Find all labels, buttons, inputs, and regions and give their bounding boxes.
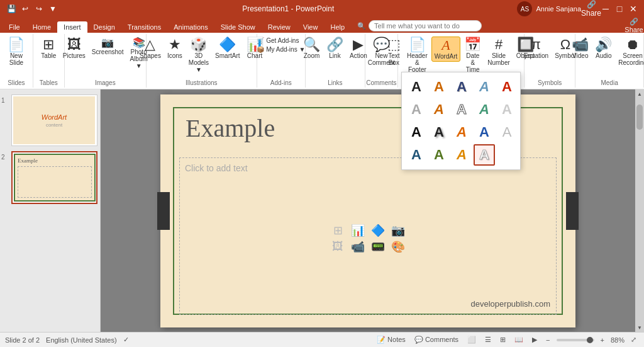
wordart-letter-8: A (457, 103, 467, 117)
close-button[interactable]: ✕ (628, 3, 639, 14)
slide-1-thumb[interactable]: WordArt content (11, 94, 97, 146)
icons-button[interactable]: ★ Icons (165, 37, 185, 60)
scroll-track[interactable] (635, 98, 644, 323)
tell-me-input[interactable] (369, 20, 482, 31)
wordart-button[interactable]: A WordArt (431, 37, 461, 62)
share-button[interactable]: 🔗 Share (585, 3, 597, 15)
shapes-button[interactable]: △ Shapes (137, 37, 164, 60)
ribbon-group-symbols: π Equation Ω Symbol Symbols (525, 34, 575, 88)
zoom-out-button[interactable]: − (543, 336, 552, 344)
wordart-item-14[interactable]: A (474, 122, 495, 143)
scroll-down-button[interactable]: ▼ (635, 323, 644, 332)
screen-recording-button[interactable]: ⏺ ScreenRecording (616, 37, 644, 67)
wordart-item-5[interactable]: A (496, 76, 518, 98)
canvas-area[interactable]: Example Click to add text ⊞ 📊 🔷 📷 🖼 📹 📟 … (101, 89, 635, 332)
wordart-item-4[interactable]: A (474, 76, 495, 98)
tab-view[interactable]: View (297, 21, 325, 33)
ribbon-tabs: File Home Insert Design Transitions Anim… (0, 18, 644, 33)
my-addins-button[interactable]: 📦 My Add-ins ▼ (254, 45, 308, 54)
new-slide-icon: 📄 (8, 38, 25, 52)
zoom-in-button[interactable]: + (598, 336, 607, 344)
slide-2-container: 2 Example (11, 151, 97, 204)
picture-insert-icon[interactable]: 📷 (389, 224, 407, 237)
wordart-item-11[interactable]: A (406, 122, 427, 143)
zoom-button[interactable]: 🔍 Zoom (301, 37, 323, 60)
tab-home[interactable]: Home (26, 21, 57, 33)
video-button[interactable]: 📹 Video (569, 37, 591, 60)
slide-content-area[interactable]: Click to add text ⊞ 📊 🔷 📷 🖼 📹 📟 🎨 (179, 157, 557, 315)
share-ribbon-button[interactable]: 🔗 Share (628, 19, 640, 31)
pictures-button[interactable]: 🖼 Pictures (60, 37, 88, 60)
fit-slide-button[interactable]: ⤢ (628, 335, 639, 344)
wordart-item-16[interactable]: A (406, 144, 427, 166)
wordart-item-2[interactable]: A (428, 76, 450, 98)
image-insert-icon[interactable]: 🖼 (329, 240, 347, 254)
textbox-button[interactable]: ⬚ TextBox (385, 37, 403, 67)
tab-help[interactable]: Help (324, 21, 351, 33)
equation-button[interactable]: π Equation (521, 37, 551, 60)
tab-review[interactable]: Review (262, 21, 297, 33)
wordart-item-9[interactable]: A (474, 99, 495, 120)
notes-button[interactable]: 📝 Notes (374, 335, 408, 344)
wordart-item-1[interactable]: A (406, 76, 427, 98)
audio-button[interactable]: 🔊 Audio (592, 37, 614, 60)
redo-button[interactable]: ↪ (33, 3, 45, 15)
tab-transitions[interactable]: Transitions (121, 21, 167, 33)
wordart-item-7[interactable]: A (428, 99, 450, 120)
tab-animations[interactable]: Animations (167, 21, 214, 33)
illustrations-group-label: Illustrations (186, 78, 218, 86)
media-group-content: 📹 Video 🔊 Audio ⏺ ScreenRecording (569, 37, 644, 78)
wordart-item-15[interactable]: A (496, 122, 518, 143)
tab-design[interactable]: Design (87, 21, 121, 33)
video-insert-icon[interactable]: 📹 (349, 240, 367, 254)
save-button[interactable]: 💾 (5, 3, 18, 15)
icons-insert-icon[interactable]: 🎨 (389, 240, 407, 254)
screenshot-button[interactable]: 📷 Screenshot (89, 37, 126, 57)
new-slide-button[interactable]: 📄 New Slide (4, 37, 29, 67)
wordart-item-10[interactable]: A (496, 99, 518, 120)
comments-button[interactable]: 💬 Comments (412, 335, 461, 344)
wordart-item-6[interactable]: A (406, 99, 427, 120)
table-insert-icon[interactable]: ⊞ (329, 224, 347, 237)
wordart-item-17[interactable]: A (428, 144, 450, 166)
tell-me-bar[interactable]: 🔍 (357, 20, 482, 31)
scroll-up-button[interactable]: ▲ (635, 89, 644, 98)
chart-insert-icon[interactable]: 📊 (349, 224, 367, 237)
reading-view-button[interactable]: 📖 (512, 335, 526, 344)
wordart-item-13[interactable]: A (451, 122, 472, 143)
slide-2-thumb[interactable]: Example (11, 151, 97, 204)
tab-insert[interactable]: Insert (57, 21, 87, 33)
wordart-letter-4: A (479, 80, 489, 94)
wordart-item-18[interactable]: A (451, 144, 472, 166)
header-footer-button[interactable]: 📄 Header& Footer (404, 37, 430, 74)
slides-group-content: 📄 New Slide (4, 37, 29, 78)
customize-button[interactable]: ▼ (47, 3, 59, 15)
get-addins-button[interactable]: 🛒 Get Add-ins (254, 37, 301, 45)
wordart-item-3[interactable]: A (451, 76, 472, 98)
table-button[interactable]: ⊞ Table (38, 37, 58, 60)
zoom-slider[interactable] (557, 339, 594, 341)
screen-insert-icon[interactable]: 📟 (369, 240, 387, 254)
outline-view-button[interactable]: ☰ (482, 335, 494, 344)
3d-models-button[interactable]: 🎲 3DModels ▼ (186, 37, 211, 74)
slide-number-button[interactable]: # SlideNumber (485, 37, 513, 67)
wordart-letter-15: A (502, 125, 512, 139)
normal-view-button[interactable]: ⬜ (465, 335, 479, 344)
smartart-button[interactable]: 🔷 SmartArt (213, 37, 242, 60)
wordart-item-8[interactable]: A (451, 99, 472, 120)
wordart-item-19[interactable]: A (474, 144, 495, 166)
restore-button[interactable]: □ (614, 3, 625, 14)
wordart-letter-19: A (479, 148, 489, 162)
minimize-button[interactable]: ─ (600, 3, 611, 14)
slideshow-button[interactable]: ▶ (530, 335, 540, 344)
link-button[interactable]: 🔗 Link (324, 37, 346, 60)
date-time-button[interactable]: 📅 Date &Time (462, 37, 484, 74)
tab-slideshow[interactable]: Slide Show (214, 21, 262, 33)
slide-sorter-button[interactable]: ⊞ (497, 335, 508, 344)
undo-button[interactable]: ↩ (19, 3, 31, 15)
wordart-item-12[interactable]: A (428, 122, 450, 143)
right-scrollbar[interactable]: ▲ ▼ (635, 89, 644, 332)
scroll-thumb[interactable] (636, 105, 643, 130)
smartart-insert-icon[interactable]: 🔷 (369, 224, 387, 237)
tab-file[interactable]: File (3, 21, 26, 33)
